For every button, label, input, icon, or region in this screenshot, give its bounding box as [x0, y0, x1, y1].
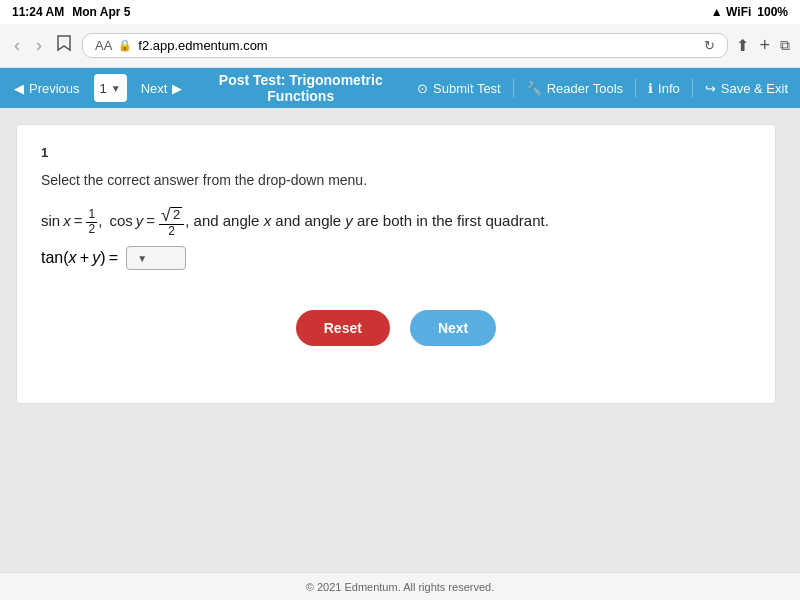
- exit-icon: ↪: [705, 81, 716, 96]
- question-card: 1 Select the correct answer from the dro…: [16, 124, 776, 404]
- date-display: Mon Apr 5: [72, 5, 130, 19]
- forward-button[interactable]: ›: [32, 33, 46, 58]
- reader-tools-button[interactable]: 🔧 Reader Tools: [514, 81, 635, 96]
- back-button[interactable]: ‹: [10, 33, 24, 58]
- copyright-text: © 2021 Edmentum. All rights reserved.: [306, 581, 494, 593]
- question-instruction: Select the correct answer from the drop-…: [41, 172, 751, 188]
- tan-expression: tan(x + y) =: [41, 249, 118, 267]
- info-button[interactable]: ℹ Info: [636, 81, 692, 96]
- address-bar[interactable]: AA 🔒 f2.app.edmentum.com ↻: [82, 33, 728, 58]
- wifi-icon: ▲ WiFi: [711, 5, 751, 19]
- dropdown-arrow-icon: ▼: [137, 253, 147, 264]
- footer: © 2021 Edmentum. All rights reserved.: [0, 572, 800, 600]
- new-tab-button[interactable]: +: [759, 35, 770, 56]
- tan-line: tan(x + y) = ▼: [41, 246, 751, 270]
- previous-button[interactable]: ◀ Previous: [0, 68, 94, 108]
- sin-expression: sin x = 12, cos y = √2 2 , and angle x a…: [41, 212, 549, 229]
- submit-icon: ⊙: [417, 81, 428, 96]
- browser-bar: ‹ › AA 🔒 f2.app.edmentum.com ↻ ⬆ + ⧉: [0, 24, 800, 68]
- reload-button[interactable]: ↻: [704, 38, 715, 53]
- url-display: f2.app.edmentum.com: [138, 38, 267, 53]
- submit-test-button[interactable]: ⊙ Submit Test: [405, 81, 513, 96]
- page-selector[interactable]: 1 ▼: [94, 74, 127, 102]
- lock-icon: 🔒: [118, 39, 132, 52]
- time-display: 11:24 AM: [12, 5, 64, 19]
- browser-actions: ⬆ + ⧉: [736, 35, 790, 56]
- next-label-toolbar: Next: [141, 81, 168, 96]
- next-arrow-icon: ▶: [172, 81, 182, 96]
- answer-dropdown[interactable]: ▼: [126, 246, 186, 270]
- save-exit-label: Save & Exit: [721, 81, 788, 96]
- button-area: Reset Next: [41, 310, 751, 346]
- next-button-toolbar[interactable]: Next ▶: [127, 68, 197, 108]
- reader-tools-label: Reader Tools: [547, 81, 623, 96]
- tabs-button[interactable]: ⧉: [780, 37, 790, 54]
- share-button[interactable]: ⬆: [736, 36, 749, 55]
- info-label: Info: [658, 81, 680, 96]
- toolbar: ◀ Previous 1 ▼ Next ▶ Post Test: Trigono…: [0, 68, 800, 108]
- wrench-icon: 🔧: [526, 81, 542, 96]
- question-number: 1: [41, 145, 751, 160]
- aa-label: AA: [95, 38, 112, 53]
- save-exit-button[interactable]: ↪ Save & Exit: [693, 81, 800, 96]
- info-icon: ℹ: [648, 81, 653, 96]
- reset-button[interactable]: Reset: [296, 310, 390, 346]
- page-number: 1: [100, 81, 107, 96]
- prev-arrow-icon: ◀: [14, 81, 24, 96]
- next-button[interactable]: Next: [410, 310, 496, 346]
- toolbar-right: ⊙ Submit Test 🔧 Reader Tools ℹ Info ↪ Sa…: [405, 78, 800, 98]
- status-bar: 11:24 AM Mon Apr 5 ▲ WiFi 100%: [0, 0, 800, 24]
- test-title: Post Test: Trigonometric Functions: [196, 72, 405, 104]
- math-formula: sin x = 12, cos y = √2 2 , and angle x a…: [41, 206, 751, 238]
- main-content: 1 Select the correct answer from the dro…: [0, 108, 800, 572]
- submit-label: Submit Test: [433, 81, 501, 96]
- battery-icon: 100%: [757, 5, 788, 19]
- previous-label: Previous: [29, 81, 80, 96]
- page-chevron-icon: ▼: [111, 83, 121, 94]
- bookmarks-button[interactable]: [54, 33, 74, 58]
